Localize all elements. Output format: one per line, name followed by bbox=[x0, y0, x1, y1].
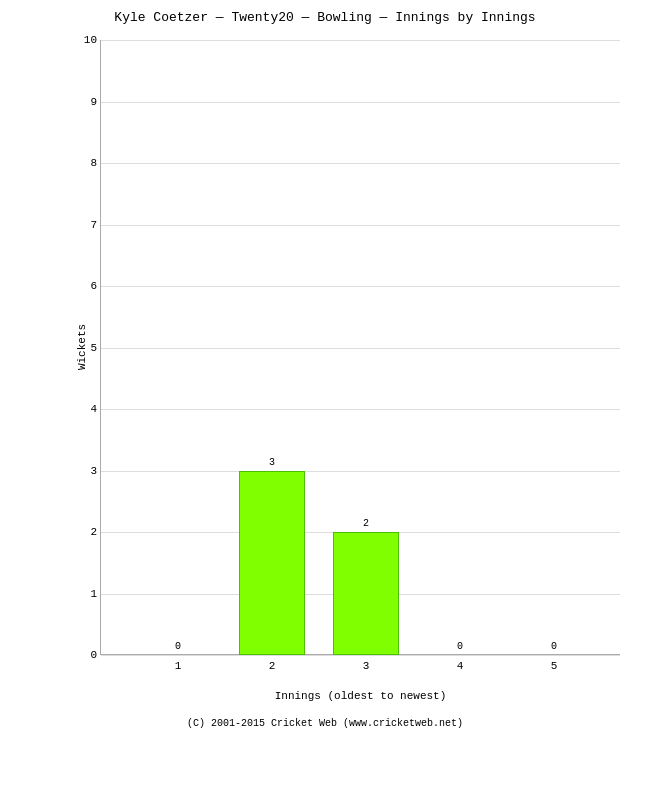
gridline-7 bbox=[101, 225, 620, 226]
bar-label-innings-3: 2 bbox=[363, 518, 369, 529]
x-tick-4: 4 bbox=[457, 660, 464, 672]
gridline-8 bbox=[101, 163, 620, 164]
x-tick-3: 3 bbox=[363, 660, 370, 672]
gridline-0 bbox=[101, 655, 620, 656]
chart-container: Kyle Coetzer — Twenty20 — Bowling — Inni… bbox=[0, 0, 650, 800]
y-tick-0: 0 bbox=[90, 649, 97, 661]
y-tick-10: 10 bbox=[84, 34, 97, 46]
gridline-10 bbox=[101, 40, 620, 41]
x-tick-2: 2 bbox=[269, 660, 276, 672]
gridline-3 bbox=[101, 471, 620, 472]
y-tick-3: 3 bbox=[90, 465, 97, 477]
gridline-5 bbox=[101, 348, 620, 349]
gridline-6 bbox=[101, 286, 620, 287]
gridline-9 bbox=[101, 102, 620, 103]
x-axis-label: Innings (oldest to newest) bbox=[275, 690, 447, 702]
y-axis-label: Wickets bbox=[76, 324, 88, 370]
gridline-4 bbox=[101, 409, 620, 410]
bar-label-innings-5: 0 bbox=[551, 641, 557, 652]
x-tick-5: 5 bbox=[551, 660, 558, 672]
bar-innings-2 bbox=[239, 471, 305, 656]
bar-label-innings-1: 0 bbox=[175, 641, 181, 652]
y-tick-4: 4 bbox=[90, 403, 97, 415]
y-tick-7: 7 bbox=[90, 219, 97, 231]
x-tick-1: 1 bbox=[175, 660, 182, 672]
y-tick-6: 6 bbox=[90, 280, 97, 292]
bar-label-innings-2: 3 bbox=[269, 457, 275, 468]
chart-inner: Wickets Innings (oldest to newest) 01234… bbox=[100, 40, 620, 655]
chart-area: Wickets Innings (oldest to newest) 01234… bbox=[55, 30, 635, 710]
y-tick-9: 9 bbox=[90, 96, 97, 108]
chart-title: Kyle Coetzer — Twenty20 — Bowling — Inni… bbox=[114, 10, 535, 25]
bar-label-innings-4: 0 bbox=[457, 641, 463, 652]
y-tick-5: 5 bbox=[90, 342, 97, 354]
footer: (C) 2001-2015 Cricket Web (www.cricketwe… bbox=[187, 718, 463, 729]
bar-innings-3 bbox=[333, 532, 399, 655]
y-tick-1: 1 bbox=[90, 588, 97, 600]
y-tick-2: 2 bbox=[90, 526, 97, 538]
y-tick-8: 8 bbox=[90, 157, 97, 169]
